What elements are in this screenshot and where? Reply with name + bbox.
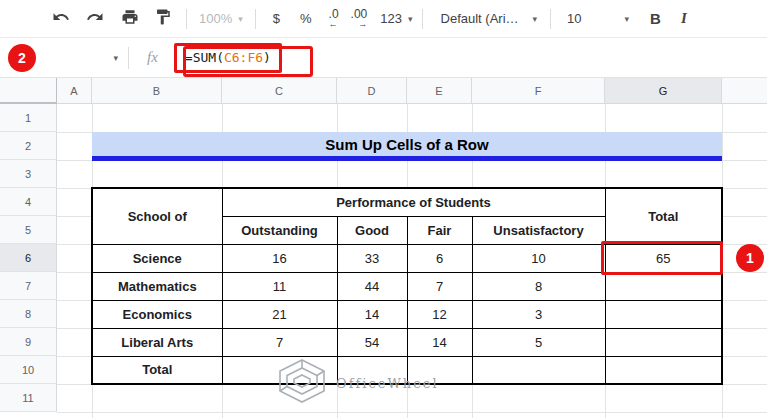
formula-suffix: ) bbox=[263, 50, 271, 65]
cell-row-label[interactable]: Economics bbox=[92, 300, 222, 328]
cell-value[interactable]: 11 bbox=[222, 272, 337, 300]
zoom-value: 100% bbox=[199, 11, 232, 26]
column-header-e[interactable]: E bbox=[407, 78, 472, 104]
google-sheets-window: 100% ▾ $ % .0 ← .00 → 123 ▾ Defaul bbox=[0, 0, 767, 418]
table-row: School of Performance of Students Total bbox=[92, 188, 722, 216]
cell-value[interactable]: 14 bbox=[337, 300, 407, 328]
column-header-d[interactable]: D bbox=[337, 78, 407, 104]
cell-value[interactable] bbox=[605, 300, 722, 328]
fx-icon: fx bbox=[147, 49, 158, 66]
select-all-corner[interactable] bbox=[0, 78, 57, 104]
decrease-decimal-icon: .0 ← bbox=[329, 9, 339, 29]
undo-icon bbox=[52, 8, 70, 29]
toolbar-divider bbox=[255, 9, 256, 29]
column-headers: A B C D E F G bbox=[57, 78, 767, 104]
column-header-f[interactable]: F bbox=[472, 78, 605, 104]
column-header-g[interactable]: G bbox=[605, 78, 722, 104]
cell-footer-total[interactable]: Total bbox=[92, 356, 222, 384]
cell-row-label[interactable]: Science bbox=[92, 244, 222, 272]
cell-value[interactable]: 33 bbox=[337, 244, 407, 272]
cell-value[interactable] bbox=[605, 356, 722, 384]
cell-value[interactable]: 54 bbox=[337, 328, 407, 356]
decrease-decimal-button[interactable]: .0 ← bbox=[329, 6, 339, 32]
paint-roller-icon bbox=[154, 8, 172, 29]
italic-button[interactable]: I bbox=[681, 6, 687, 32]
font-family-value: Default (Ari… bbox=[441, 11, 527, 26]
cell-school-of[interactable]: School of bbox=[92, 188, 222, 244]
redo-button[interactable] bbox=[82, 6, 108, 32]
row-header-2[interactable]: 2 bbox=[0, 132, 57, 160]
cell-value[interactable]: 8 bbox=[472, 272, 605, 300]
cell-value[interactable]: 7 bbox=[222, 328, 337, 356]
chevron-down-icon: ▾ bbox=[408, 14, 413, 24]
row-header-8[interactable]: 8 bbox=[0, 300, 57, 328]
column-header-b[interactable]: B bbox=[92, 78, 222, 104]
cell-subheader-good[interactable]: Good bbox=[337, 216, 407, 244]
cell-performance-header[interactable]: Performance of Students bbox=[222, 188, 605, 216]
row-header-3[interactable]: 3 bbox=[0, 160, 57, 188]
cell-value[interactable]: 16 bbox=[222, 244, 337, 272]
undo-button[interactable] bbox=[48, 6, 74, 32]
percent-icon: % bbox=[300, 11, 312, 26]
increase-decimal-icon: .00 → bbox=[351, 9, 368, 29]
cell-subheader-outstanding[interactable]: Outstanding bbox=[222, 216, 337, 244]
table-row: Total bbox=[92, 356, 722, 384]
currency-icon: $ bbox=[273, 11, 280, 26]
bold-button[interactable]: B bbox=[650, 6, 661, 32]
toolbar-divider bbox=[186, 9, 187, 29]
font-size-select[interactable]: 10 ▾ bbox=[567, 6, 629, 32]
row-header-9[interactable]: 9 bbox=[0, 328, 57, 356]
title-banner-cell[interactable]: Sum Up Cells of a Row bbox=[92, 132, 722, 161]
cell-value[interactable]: 6 bbox=[407, 244, 472, 272]
chevron-down-icon: ▾ bbox=[533, 14, 538, 24]
column-header-a[interactable]: A bbox=[57, 78, 92, 104]
cell-subheader-unsatisfactory[interactable]: Unsatisfactory bbox=[472, 216, 605, 244]
row-header-1[interactable]: 1 bbox=[0, 104, 57, 132]
format-percent-button[interactable]: % bbox=[300, 6, 312, 32]
cell-value[interactable] bbox=[605, 328, 722, 356]
font-family-select[interactable]: Default (Ari… ▾ bbox=[441, 6, 538, 32]
chevron-down-icon: ▾ bbox=[113, 53, 118, 63]
cell-value[interactable] bbox=[222, 356, 337, 384]
row-header-11[interactable]: 11 bbox=[0, 384, 57, 412]
toolbar: 100% ▾ $ % .0 ← .00 → 123 ▾ Defaul bbox=[0, 0, 767, 38]
cell-value[interactable]: 7 bbox=[407, 272, 472, 300]
cell-value[interactable] bbox=[407, 356, 472, 384]
format-currency-button[interactable]: $ bbox=[273, 6, 280, 32]
cell-value[interactable]: 21 bbox=[222, 300, 337, 328]
increase-decimal-button[interactable]: .00 → bbox=[351, 6, 368, 32]
row-header-5[interactable]: 5 bbox=[0, 216, 57, 244]
cell-row-label[interactable]: Liberal Arts bbox=[92, 328, 222, 356]
more-formats-button[interactable]: 123 ▾ bbox=[380, 6, 412, 32]
cell-g6-total[interactable]: 65 bbox=[605, 244, 722, 272]
row-header-4[interactable]: 4 bbox=[0, 188, 57, 216]
print-button[interactable] bbox=[117, 6, 143, 32]
cell-value[interactable]: 5 bbox=[472, 328, 605, 356]
data-table: School of Performance of Students Total … bbox=[91, 187, 723, 385]
paint-format-button[interactable] bbox=[150, 6, 176, 32]
cell-value[interactable]: 14 bbox=[407, 328, 472, 356]
cell-value[interactable] bbox=[337, 356, 407, 384]
cell-total-header[interactable]: Total bbox=[605, 188, 722, 244]
table-row: Science 16 33 6 10 65 bbox=[92, 244, 722, 272]
table-row: Mathematics 11 44 7 8 bbox=[92, 272, 722, 300]
cell-value[interactable] bbox=[472, 356, 605, 384]
zoom-select[interactable]: 100% ▾ bbox=[199, 6, 243, 32]
row-header-6[interactable]: 6 bbox=[0, 244, 57, 272]
cell-subheader-fair[interactable]: Fair bbox=[407, 216, 472, 244]
cell-row-label[interactable]: Mathematics bbox=[92, 272, 222, 300]
column-header-c[interactable]: C bbox=[222, 78, 337, 104]
cell-value[interactable] bbox=[605, 272, 722, 300]
cell-value[interactable]: 3 bbox=[472, 300, 605, 328]
redo-icon bbox=[86, 8, 104, 29]
cell-value[interactable]: 44 bbox=[337, 272, 407, 300]
row-header-7[interactable]: 7 bbox=[0, 272, 57, 300]
row-header-10[interactable]: 10 bbox=[0, 356, 57, 384]
row-headers: 1 2 3 4 5 6 7 8 9 10 11 bbox=[0, 104, 57, 412]
annotation-badge-1: 1 bbox=[736, 244, 764, 272]
formula-range: C6:F6 bbox=[224, 50, 263, 65]
column-header-partial[interactable] bbox=[722, 78, 767, 104]
cell-value[interactable]: 10 bbox=[472, 244, 605, 272]
cell-value[interactable]: 12 bbox=[407, 300, 472, 328]
formula-input[interactable]: =SUM(C6:F6) bbox=[174, 43, 282, 73]
